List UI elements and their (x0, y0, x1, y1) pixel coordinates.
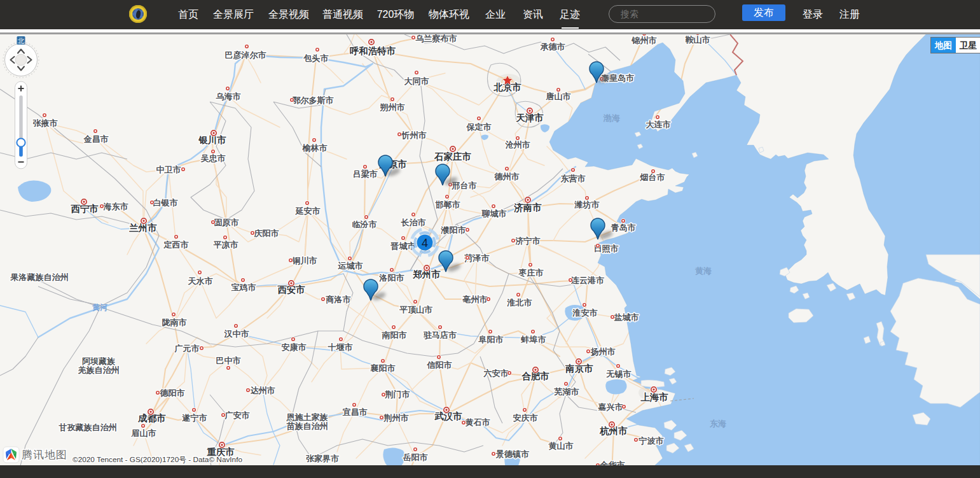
svg-text:宜昌市: 宜昌市 (343, 407, 368, 417)
svg-text:聊城市: 聊城市 (481, 209, 507, 218)
svg-text:锦州市: 锦州市 (631, 36, 657, 45)
svg-text:淮北市: 淮北市 (507, 298, 532, 307)
svg-text:商洛市: 商洛市 (326, 295, 351, 304)
svg-text:金华市: 金华市 (600, 460, 625, 466)
svg-text:运城市: 运城市 (338, 261, 363, 271)
svg-text:安庆市: 安庆市 (513, 413, 538, 423)
svg-text:东营市: 东营市 (560, 174, 586, 183)
svg-text:定西市: 定西市 (163, 240, 189, 250)
svg-text:宝鸡市: 宝鸡市 (231, 283, 256, 292)
svg-text:银川市: 银川市 (198, 135, 226, 145)
svg-text:景德镇市: 景德镇市 (495, 449, 529, 459)
svg-text:扬州市: 扬州市 (590, 347, 616, 356)
svg-text:甘孜藏族自治州: 甘孜藏族自治州 (59, 423, 117, 432)
svg-text:济宁市: 济宁市 (515, 236, 541, 246)
svg-text:4: 4 (422, 237, 428, 250)
svg-text:大连市: 大连市 (646, 120, 671, 129)
svg-text:黄石市: 黄石市 (465, 418, 490, 427)
svg-text:忻州市: 忻州市 (401, 130, 427, 140)
svg-text:榆林市: 榆林市 (302, 143, 328, 153)
svg-text:渤海: 渤海 (603, 113, 620, 123)
svg-text:卫星: 卫星 (959, 41, 977, 50)
svg-text:乌海市: 乌海市 (216, 92, 241, 101)
svg-text:广元市: 广元市 (174, 344, 200, 353)
svg-text:六安市: 六安市 (483, 369, 509, 378)
svg-text:巴彦淖尔市: 巴彦淖尔市 (225, 50, 266, 60)
svg-text:北: 北 (17, 37, 25, 45)
svg-text:黄河: 黄河 (92, 303, 107, 312)
svg-text:固原市: 固原市 (214, 218, 239, 227)
svg-text:大同市: 大同市 (404, 76, 429, 86)
svg-text:白银市: 白银市 (153, 198, 178, 207)
svg-text:潍坊市: 潍坊市 (574, 200, 600, 209)
svg-text:羌族自治州: 羌族自治州 (78, 365, 120, 375)
svg-text:张家界市: 张家界市 (306, 454, 339, 463)
svg-text:天水市: 天水市 (188, 276, 213, 286)
svg-text:黄山市: 黄山市 (548, 441, 574, 451)
svg-text:嘉兴市: 嘉兴市 (598, 402, 623, 412)
svg-text:铜川市: 铜川市 (292, 256, 317, 265)
svg-text:驻马店市: 驻马店市 (423, 330, 457, 340)
svg-text:荆门市: 荆门市 (385, 390, 410, 399)
svg-text:承德市: 承德市 (540, 42, 565, 52)
svg-text:芜湖市: 芜湖市 (554, 387, 579, 397)
svg-text:阿坝藏族: 阿坝藏族 (82, 356, 116, 366)
svg-text:无锡市: 无锡市 (606, 369, 631, 379)
svg-text:盐城市: 盐城市 (614, 313, 639, 322)
svg-text:洛阳市: 洛阳市 (379, 273, 404, 283)
svg-text:巴中市: 巴中市 (216, 356, 241, 365)
svg-text:东海: 东海 (709, 419, 726, 428)
svg-text:腾讯地图: 腾讯地图 (22, 449, 67, 461)
svg-text:南阳市: 南阳市 (382, 330, 407, 340)
svg-text:保定市: 保定市 (466, 122, 492, 132)
svg-text:庆阳市: 庆阳市 (254, 228, 279, 238)
svg-text:乌兰察布市: 乌兰察布市 (415, 34, 457, 43)
svg-text:©2020 Tencent - GS(2020)1720号: ©2020 Tencent - GS(2020)1720号 - Data© Na… (72, 455, 242, 464)
svg-text:枣庄市: 枣庄市 (518, 268, 544, 278)
svg-text:邯郸市: 邯郸市 (435, 200, 460, 209)
svg-text:鞍山市: 鞍山市 (686, 35, 710, 45)
svg-text:平凉市: 平凉市 (214, 240, 238, 250)
svg-text:青岛市: 青岛市 (611, 223, 636, 232)
svg-text:北京市: 北京市 (493, 82, 521, 92)
svg-text:十堰市: 十堰市 (328, 342, 353, 352)
svg-text:德阳市: 德阳市 (160, 388, 185, 398)
svg-text:恩施土家族: 恩施土家族 (286, 412, 329, 422)
svg-text:上海市: 上海市 (640, 392, 668, 402)
svg-text:汉中市: 汉中市 (224, 329, 249, 339)
svg-text:广安市: 广安市 (224, 411, 250, 420)
svg-text:石家庄市: 石家庄市 (434, 151, 472, 162)
svg-text:黄海: 黄海 (694, 266, 712, 276)
svg-text:眉山市: 眉山市 (131, 428, 156, 438)
svg-text:苗族自治州: 苗族自治州 (287, 421, 328, 431)
svg-text:亳州市: 亳州市 (462, 295, 488, 304)
svg-text:烟台市: 烟台市 (640, 172, 665, 182)
svg-text:鄂尔多斯市: 鄂尔多斯市 (293, 95, 334, 105)
svg-text:荆州市: 荆州市 (383, 413, 409, 423)
svg-text:阜阳市: 阜阳市 (478, 335, 504, 344)
svg-text:平顶山市: 平顶山市 (399, 305, 432, 314)
svg-text:果洛藏族自治州: 果洛藏族自治州 (10, 272, 69, 282)
svg-text:遂宁市: 遂宁市 (182, 413, 207, 423)
svg-text:临汾市: 临汾市 (352, 220, 377, 229)
svg-text:陇南市: 陇南市 (162, 318, 187, 327)
svg-text:信阳市: 信阳市 (427, 360, 452, 370)
svg-text:金昌市: 金昌市 (83, 134, 109, 144)
svg-text:中卫市: 中卫市 (156, 165, 181, 174)
svg-text:海东市: 海东市 (103, 202, 128, 211)
svg-text:达州市: 达州市 (251, 386, 275, 395)
svg-text:张掖市: 张掖市 (33, 118, 58, 128)
svg-text:连云港市: 连云港市 (570, 276, 604, 285)
svg-text:淮安市: 淮安市 (572, 308, 598, 318)
svg-text:蚌埠市: 蚌埠市 (521, 335, 546, 344)
svg-text:长治市: 长治市 (401, 218, 426, 227)
svg-text:襄阳市: 襄阳市 (370, 363, 396, 373)
svg-text:安康市: 安康市 (282, 342, 307, 352)
svg-text:朔州市: 朔州市 (380, 102, 405, 112)
svg-text:濮阳市: 濮阳市 (441, 225, 466, 235)
svg-text:宁波市: 宁波市 (638, 436, 664, 446)
svg-text:吕梁市: 吕梁市 (353, 169, 378, 179)
svg-text:沧州市: 沧州市 (505, 140, 530, 150)
svg-text:延安市: 延安市 (295, 206, 321, 216)
svg-text:德州市: 德州市 (494, 172, 520, 181)
